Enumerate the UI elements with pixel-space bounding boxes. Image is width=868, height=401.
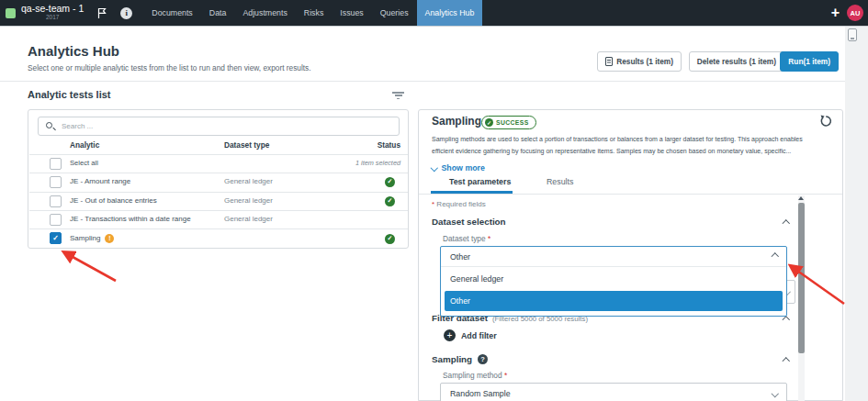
select-all-checkbox[interactable]	[50, 158, 62, 170]
search-box	[38, 117, 400, 136]
top-navbar: qa-se-team - 1 2017 i Documents Data Adj…	[0, 0, 868, 26]
reset-icon[interactable]	[819, 115, 832, 128]
tabs-divider	[419, 194, 842, 195]
column-status: Status	[378, 136, 400, 154]
add-icon[interactable]: +	[831, 6, 840, 20]
delete-results-button[interactable]: Delete results (1 item)	[689, 51, 784, 72]
selection-summary: 1 item selected	[355, 154, 400, 173]
tests-list-title: Analytic tests list	[28, 89, 110, 100]
section-dataset-selection: Dataset selection	[432, 217, 506, 227]
table-row[interactable]: JE - Amount range General ledger ✓	[29, 173, 408, 191]
success-status-icon: ✓	[385, 177, 395, 187]
analytic-name: JE - Transactions within a date range	[70, 210, 191, 228]
required-fields-note: * Required fields	[432, 200, 486, 208]
tests-list-card: Analytic Dataset type Status Select all …	[28, 109, 409, 249]
select-all-label: Select all	[70, 154, 98, 173]
nav-item-data[interactable]: Data	[201, 0, 235, 26]
chevron-down-icon	[431, 164, 438, 172]
show-more-label: Show more	[442, 163, 485, 173]
add-filter-button[interactable]: + Add filter	[444, 329, 497, 341]
option-general-ledger[interactable]: General ledger	[441, 267, 786, 291]
dataset-type-dropdown: Other General ledger Other	[440, 246, 787, 317]
tab-test-parameters[interactable]: Test parameters	[449, 177, 511, 186]
nav-menu: Documents Data Adjustments Risks Issues …	[143, 0, 482, 26]
side-strip	[845, 27, 868, 401]
warning-icon: !	[105, 234, 114, 243]
help-icon[interactable]: ?	[478, 354, 488, 364]
search-input[interactable]	[39, 117, 399, 135]
nav-item-documents[interactable]: Documents	[143, 0, 201, 26]
badge-label: SUCCESS	[496, 119, 529, 126]
results-button[interactable]: Results (1 item)	[597, 51, 682, 72]
flag-icon[interactable]	[96, 7, 107, 19]
show-more-link[interactable]: Show more	[432, 163, 485, 173]
row-checkbox[interactable]	[50, 176, 62, 188]
results-button-label: Results (1 item)	[616, 57, 673, 66]
success-status-icon: ✓	[385, 234, 395, 244]
table-row[interactable]: JE - Out of balance entries General ledg…	[29, 192, 408, 210]
table-row-sampling[interactable]: ✓ Sampling ! ✓	[29, 228, 408, 249]
header-divider	[0, 81, 845, 82]
badge-check-icon: ✓	[485, 118, 493, 127]
info-icon[interactable]: i	[120, 7, 132, 19]
row-checkbox[interactable]	[50, 214, 62, 226]
navbar-right: + AU	[831, 5, 868, 21]
annotation-arrow-left	[64, 252, 116, 281]
sampling-method-value: Random Sample	[450, 389, 511, 398]
dataset-type-value: Other	[450, 252, 470, 262]
detail-title: Sampling	[432, 115, 481, 128]
analytics-hub-page: qa-se-team - 1 2017 i Documents Data Adj…	[0, 0, 868, 401]
nav-item-adjustments[interactable]: Adjustments	[234, 0, 295, 26]
chevron-down-icon	[771, 390, 778, 397]
page-subtitle: Select one or multiple analytic tests fr…	[28, 63, 311, 72]
nav-item-issues[interactable]: Issues	[332, 0, 371, 26]
sampling-method-label: Sampling method *	[443, 371, 507, 380]
device-icon[interactable]	[848, 28, 857, 41]
delete-button-label: Delete results (1 item)	[697, 57, 776, 66]
tab-results[interactable]: Results	[547, 177, 573, 186]
page-title: Analytics Hub	[28, 43, 119, 59]
filter-icon[interactable]	[392, 92, 404, 101]
nav-item-risks[interactable]: Risks	[296, 0, 333, 26]
table-row[interactable]: JE - Transactions within a date range Ge…	[29, 210, 408, 228]
table-header-row: Analytic Dataset type Status	[29, 136, 408, 154]
sampling-section-title: Sampling	[432, 354, 472, 364]
nav-item-analytics-hub[interactable]: Analytics Hub	[417, 0, 483, 26]
team-name: qa-se-team - 1	[21, 4, 84, 13]
detail-description: Sampling methods are used to select a po…	[432, 134, 806, 157]
dataset-type-label: Dataset type *	[443, 234, 490, 243]
navbar-divider	[0, 26, 868, 27]
add-filter-label: Add filter	[461, 331, 497, 340]
success-status-icon: ✓	[385, 196, 395, 206]
dataset-type: General ledger	[224, 210, 273, 228]
column-dataset-type: Dataset type	[224, 136, 269, 154]
dataset-type: General ledger	[224, 192, 273, 210]
analytic-name: JE - Out of balance entries	[70, 192, 157, 210]
sampling-checkbox[interactable]: ✓	[50, 232, 62, 244]
avatar[interactable]: AU	[847, 5, 863, 21]
team-logo-icon	[6, 8, 16, 18]
chevron-up-icon	[771, 253, 778, 261]
status-badge: ✓ SUCCESS	[481, 116, 536, 129]
column-analytic: Analytic	[70, 136, 99, 154]
run-button-label: Run(1 item)	[788, 57, 830, 66]
sampling-method-select[interactable]: Random Sample	[440, 383, 787, 401]
team-switcher[interactable]: qa-se-team - 1 2017	[21, 4, 84, 22]
scrollbar-thumb[interactable]	[798, 203, 805, 353]
analytic-name: JE - Amount range	[70, 173, 130, 191]
dataset-type: General ledger	[224, 173, 273, 191]
dataset-type-select[interactable]: Other	[441, 247, 786, 267]
nav-item-queries[interactable]: Queries	[372, 0, 417, 26]
run-button[interactable]: Run(1 item)	[780, 51, 839, 72]
results-doc-icon	[605, 57, 613, 66]
option-other[interactable]: Other	[445, 291, 783, 311]
scroll-up-arrow[interactable]	[798, 196, 804, 200]
plus-circle-icon: +	[444, 329, 456, 341]
select-all-row: Select all 1 item selected	[29, 154, 408, 173]
row-checkbox[interactable]	[50, 195, 62, 207]
team-year: 2017	[21, 13, 84, 22]
analytic-name: Sampling	[70, 228, 100, 249]
section-sampling: Sampling ?	[432, 354, 488, 364]
